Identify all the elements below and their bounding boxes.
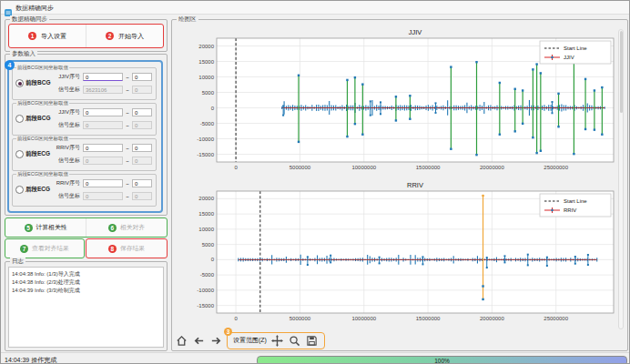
plot-area-title: 绘图区	[177, 15, 198, 23]
param-row: RRIV序号 0 ~ 0	[53, 178, 152, 188]
svg-text:0: 0	[211, 106, 215, 111]
value-input-to[interactable]: 0	[132, 121, 152, 129]
value-input-to[interactable]: 0	[132, 192, 152, 200]
radio-icon[interactable]	[15, 115, 24, 123]
title-bar: 数据精确同步	[1, 1, 630, 15]
param-row: RRIV序号 0 ~ 0	[53, 143, 152, 153]
svg-text:JJIV: JJIV	[564, 55, 574, 60]
param-row: 信号坐标 3623106 ~ 0	[53, 85, 152, 95]
value-input-from[interactable]: 0	[83, 73, 123, 81]
param-group-title: 前段BCG区间坐标取值	[16, 65, 69, 71]
step-4-badge: 4	[5, 60, 15, 70]
value-input-from[interactable]: 0	[83, 192, 123, 200]
svg-text:-10000: -10000	[197, 288, 214, 293]
field-label: JJIV序号	[53, 108, 83, 116]
svg-text:20000: 20000	[198, 44, 214, 49]
value-input-from[interactable]: 0	[83, 121, 123, 129]
radio-rear-ecg[interactable]: 后段ECG	[15, 186, 50, 194]
params-group: 参数输入 4 前段BCG区间坐标取值 前段BCG JJIV序号 0 ~ 0 信号…	[5, 54, 168, 216]
progress-label: 100%	[434, 358, 450, 364]
radio-icon[interactable]	[15, 186, 24, 194]
view-align-result-button[interactable]: 7 查看对齐结果	[5, 239, 84, 258]
set-range-annotation-frame: 3 设置范围(Z)	[227, 332, 325, 349]
svg-text:20000: 20000	[198, 196, 214, 201]
rriv-chart[interactable]: 20000150001000050000-5000-10000-15000050…	[175, 179, 617, 329]
radio-front-ecg[interactable]: 前段ECG	[15, 150, 50, 158]
param-row: 信号坐标 0 ~ 0	[53, 156, 152, 166]
plot-scrollbar[interactable]	[618, 29, 624, 329]
step-2-badge: 2	[106, 32, 114, 40]
param-group-rear-bcg: 后段BCG区间坐标取值 后段BCG JJIV序号 0 ~ 0 信号坐标 0 ~ …	[12, 103, 157, 136]
range-tilde: ~	[123, 87, 132, 93]
value-input-from[interactable]: 3623106	[83, 86, 123, 94]
param-group-title: 后段BCG区间坐标取值	[16, 100, 69, 106]
svg-text:0: 0	[234, 165, 238, 170]
param-row: JJIV序号 0 ~ 0	[53, 107, 152, 117]
range-tilde: ~	[123, 146, 132, 151]
status-message: 14:04:39 操作完成	[5, 356, 56, 364]
compute-correlation-button[interactable]: 5 计算相关性	[5, 218, 86, 237]
start-import-button[interactable]: 2 开始导入	[86, 25, 163, 47]
sync-group-title: 数据精确同步	[10, 15, 49, 23]
value-input-to[interactable]: 0	[132, 73, 152, 81]
value-input-from[interactable]: 0	[83, 108, 123, 116]
home-icon[interactable]	[175, 334, 188, 347]
svg-text:5000: 5000	[202, 242, 215, 248]
radio-label: 前段BCG	[25, 79, 50, 87]
step-6-badge: 6	[108, 224, 117, 232]
range-tilde: ~	[123, 123, 132, 128]
radio-icon[interactable]	[15, 79, 24, 87]
radio-icon[interactable]	[15, 150, 24, 158]
svg-text:-5000: -5000	[200, 121, 215, 126]
back-arrow-icon[interactable]	[192, 334, 205, 347]
save-icon[interactable]	[306, 334, 319, 347]
window-title: 数据精确同步	[15, 4, 54, 13]
svg-text:0: 0	[211, 257, 215, 262]
field-label: RRIV序号	[53, 144, 83, 152]
scrollbar-thumb[interactable]	[620, 31, 623, 113]
correlation-align-button[interactable]: 6 相关对齐	[86, 218, 167, 237]
field-label: 信号坐标	[53, 157, 83, 165]
param-group-front-ecg: 前段ECG区间坐标取值 前段ECG RRIV序号 0 ~ 0 信号坐标 0 ~ …	[12, 138, 157, 171]
svg-text:15000000: 15000000	[416, 165, 441, 170]
forward-arrow-icon[interactable]	[209, 334, 222, 347]
log-group-title: 日志	[10, 258, 25, 265]
value-input-from[interactable]: 0	[83, 179, 123, 187]
svg-text:RRIV: RRIV	[564, 207, 576, 213]
step56-annotation-frame: 5 计算相关性 6 相关对齐	[5, 217, 168, 238]
value-input-to[interactable]: 0	[132, 108, 152, 116]
value-input-from[interactable]: 0	[83, 144, 123, 152]
import-settings-button[interactable]: 1 导入设置	[9, 25, 86, 47]
jjiv-chart[interactable]: 20000150001000050000-5000-10000-15000050…	[175, 26, 617, 177]
value-input-to[interactable]: 0	[132, 157, 152, 165]
svg-text:15000000: 15000000	[416, 316, 441, 321]
svg-text:-15000: -15000	[197, 152, 214, 157]
step7-annotation-frame: 7 查看对齐结果	[5, 238, 85, 258]
status-bar: 14:04:39 操作完成 100%	[1, 352, 630, 364]
svg-text:10000: 10000	[198, 75, 214, 80]
svg-text:JJIV: JJIV	[409, 28, 422, 36]
log-output[interactable]: 14:04:38 Info: (1/3)导入完成 14:04:38 Info: …	[8, 267, 164, 348]
radio-front-bcg[interactable]: 前段BCG	[15, 79, 50, 87]
app-window: 数据精确同步 数据精确同步 1 导入设置 2 开始导入 参数输入 4 前段BCG…	[0, 0, 630, 364]
value-input-to[interactable]: 0	[132, 86, 152, 94]
value-input-to[interactable]: 0	[132, 144, 152, 152]
field-label: RRIV序号	[53, 179, 83, 187]
param-group-title: 后段ECG区间坐标取值	[16, 171, 69, 177]
radio-rear-bcg[interactable]: 后段BCG	[15, 115, 50, 123]
svg-text:15000: 15000	[198, 59, 214, 65]
save-result-button[interactable]: 8 保存结果	[86, 239, 167, 258]
svg-text:25000000: 25000000	[544, 165, 568, 170]
compute-correlation-label: 计算相关性	[36, 223, 67, 232]
param-row: 信号坐标 0 ~ 0	[53, 120, 152, 130]
value-input-to[interactable]: 0	[132, 179, 152, 187]
log-line: 14:04:39 Info: (3/3)绘制完成	[12, 287, 160, 295]
pan-icon[interactable]	[271, 334, 284, 347]
value-input-from[interactable]: 0	[83, 157, 123, 165]
zoom-icon[interactable]	[289, 334, 301, 347]
param-row: 信号坐标 0 ~ 0	[53, 191, 152, 201]
svg-text:5000000: 5000000	[290, 165, 311, 170]
svg-text:20000000: 20000000	[480, 165, 504, 170]
step8-annotation-frame: 8 保存结果	[86, 238, 168, 258]
set-range-label: 设置范围(Z)	[233, 336, 267, 345]
